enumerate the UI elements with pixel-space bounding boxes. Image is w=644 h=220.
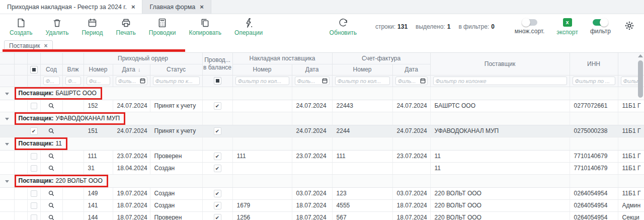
magnifier-icon[interactable] xyxy=(48,165,55,172)
column-inn[interactable]: ИНН xyxy=(570,53,618,75)
table-row[interactable]: 14919.07.2024Создан✔03.07.202412303.07.2… xyxy=(0,187,644,199)
filter-factura-num-input[interactable] xyxy=(335,77,390,85)
row-checkbox[interactable] xyxy=(31,214,37,220)
filter-invoice-num-input[interactable] xyxy=(235,77,289,85)
tab-close-icon[interactable]: × xyxy=(200,3,204,11)
column-supplier[interactable]: Поставщик xyxy=(430,53,570,75)
gear-icon xyxy=(624,24,635,33)
column-status[interactable]: Статус xyxy=(150,64,202,75)
group-row: Поставщик:220 ВОЛЬТ ООО xyxy=(0,174,644,187)
magnifier-icon[interactable] xyxy=(48,127,55,134)
row-checkbox-checked[interactable]: ✔ xyxy=(30,127,38,135)
tab-close-icon[interactable]: × xyxy=(131,3,135,11)
cell-invoice-date: 03.07.2024 xyxy=(292,187,332,199)
toggle-on-icon[interactable] xyxy=(593,19,608,26)
scroll-up-icon[interactable] xyxy=(638,54,643,57)
column-balance[interactable]: Провод...в балансе xyxy=(202,53,232,75)
magnifier-icon[interactable] xyxy=(48,214,55,220)
balance-check-icon: ✔ xyxy=(214,190,221,197)
column-vlj[interactable]: Влж xyxy=(62,64,84,75)
column-group-order: Приходный ордер xyxy=(84,53,202,64)
postings-button[interactable]: Проводки xyxy=(142,14,183,39)
filter-supplier-input[interactable] xyxy=(433,77,567,85)
filter-vlj-input[interactable] xyxy=(65,77,81,85)
column-order-date[interactable]: Дата↓ xyxy=(113,64,150,75)
tab-invoice-registry[interactable]: Приходная накладная - Реестр за 2024 г. … xyxy=(0,0,142,14)
excel-export-icon[interactable]: x xyxy=(563,18,572,27)
table-row[interactable]: 14118.07.2024Создан✔167918.07.2024455518… xyxy=(0,199,644,211)
print-button[interactable]: Печать xyxy=(110,14,142,39)
column-factura-date[interactable]: Дата xyxy=(392,64,430,75)
cell-factura-date: 03.07.2024 xyxy=(392,187,430,199)
row-checkbox[interactable] xyxy=(31,190,37,197)
calendar-icon xyxy=(87,18,98,28)
cell-invoice-num: 111 xyxy=(232,150,292,162)
select-all-checkbox[interactable] xyxy=(27,64,40,75)
table-row[interactable]: 15224.07.2024Принят к учету✔24.07.202422… xyxy=(0,100,644,112)
group-expander[interactable] xyxy=(0,174,14,187)
row-checkbox[interactable] xyxy=(31,153,37,160)
table-row[interactable]: 11123.07.2024Проверен✔11123.07.202411123… xyxy=(0,150,644,162)
create-button[interactable]: Создать xyxy=(3,14,39,39)
magnifier-icon[interactable] xyxy=(48,202,55,209)
group-expander[interactable] xyxy=(0,87,14,100)
vertical-scrollbar[interactable] xyxy=(637,54,643,185)
chip-close-icon[interactable]: × xyxy=(44,42,48,49)
period-button[interactable]: Период xyxy=(75,14,109,39)
cell-factura-num: 111 xyxy=(332,150,392,162)
tab-label: Приходная накладная - Реестр за 2024 г. xyxy=(7,4,127,11)
table-row[interactable]: ✔15124.07.2024Принят к учету✔24.07.20242… xyxy=(0,125,644,137)
column-order-num[interactable]: Номер xyxy=(84,64,113,75)
column-invoice-date[interactable]: Дата xyxy=(292,64,332,75)
column-factura-num[interactable]: Номер xyxy=(332,64,392,75)
copy-icon xyxy=(200,18,210,28)
cell-invoice-date xyxy=(292,162,332,174)
row-checkbox[interactable] xyxy=(31,202,37,209)
scrollbar-thumb[interactable] xyxy=(638,60,643,98)
balance-check-icon: ✔ xyxy=(214,153,221,160)
balance-check-icon: ✔ xyxy=(214,102,221,110)
export-button[interactable]: x экспорт xyxy=(550,18,584,36)
cell-order-num: 31 xyxy=(84,162,113,174)
collapse-icon xyxy=(5,118,9,120)
magnifier-icon[interactable] xyxy=(48,153,55,160)
magnifier-icon[interactable] xyxy=(48,102,55,109)
column-sod[interactable]: Сод xyxy=(40,64,62,75)
cell-supplier: 220 ВОЛЬТ ООО xyxy=(430,211,570,220)
filter-sod-input[interactable] xyxy=(43,77,60,85)
cell-inn: 7710140679 xyxy=(570,150,618,162)
group-supplier-name: УФАВОДОКАНАЛ МУП xyxy=(55,115,120,122)
magnifier-icon[interactable] xyxy=(48,190,55,197)
multisort-toggle[interactable]: множ.сорт. xyxy=(509,19,551,35)
toggle-off-icon[interactable] xyxy=(522,19,537,26)
group-expander[interactable] xyxy=(0,112,14,125)
operations-button[interactable]: Операции xyxy=(228,14,269,39)
cell-status: Создан xyxy=(150,162,202,174)
new-document-icon xyxy=(16,18,26,28)
group-row: Поставщик:11 xyxy=(0,137,644,150)
row-checkbox[interactable] xyxy=(31,165,37,172)
table-row[interactable]: 14418.07.2024Проверен✔125618.07.20245671… xyxy=(0,211,644,220)
row-checkbox[interactable] xyxy=(31,103,37,109)
cell-invoice-date: 24.07.2024 xyxy=(292,125,332,137)
copy-button[interactable]: Копировать xyxy=(182,14,228,39)
filter-status-input[interactable] xyxy=(153,77,200,85)
sort-desc-icon: ↓ xyxy=(138,66,141,72)
group-supplier-name: БАШРТС ООО xyxy=(55,90,96,97)
filter-order-num-input[interactable] xyxy=(87,77,110,85)
settings-button[interactable] xyxy=(617,20,639,33)
group-expander[interactable] xyxy=(0,137,14,150)
tab-main-form[interactable]: Главная форма × xyxy=(142,0,211,14)
refresh-icon xyxy=(338,18,349,28)
cell-inn: 0264054954 xyxy=(570,211,618,220)
filter-balance-checkbox[interactable] xyxy=(202,75,232,87)
table-row[interactable]: 3118.04.2024Создан✔11771014067911Б1 Г xyxy=(0,162,644,174)
cell-extra: 11Б1 Г xyxy=(618,187,644,199)
delete-button[interactable]: Удалить xyxy=(39,14,75,39)
refresh-button[interactable]: Обновить xyxy=(323,18,363,36)
filter-inn-input[interactable] xyxy=(573,77,615,85)
balance-check-icon: ✔ xyxy=(214,165,221,172)
filter-toggle[interactable]: фильтр xyxy=(584,19,617,35)
calculator-icon xyxy=(157,18,168,28)
column-invoice-num[interactable]: Номер xyxy=(232,64,292,75)
